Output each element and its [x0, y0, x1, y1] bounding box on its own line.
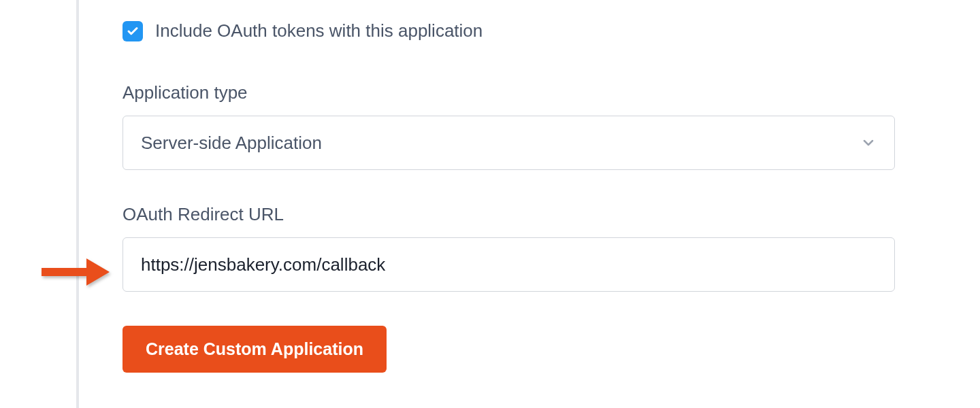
app-type-selected-value: Server-side Application — [141, 133, 322, 154]
left-border — [76, 0, 79, 408]
oauth-checkbox-row: Include OAuth tokens with this applicati… — [122, 20, 895, 41]
create-application-button[interactable]: Create Custom Application — [122, 326, 387, 373]
app-type-select[interactable]: Server-side Application — [122, 116, 895, 170]
form-content: Include OAuth tokens with this applicati… — [122, 20, 895, 373]
redirect-url-input[interactable] — [122, 237, 895, 292]
app-type-select-wrapper: Server-side Application — [122, 116, 895, 170]
redirect-url-label: OAuth Redirect URL — [122, 204, 895, 225]
chevron-down-icon — [860, 135, 877, 151]
check-icon — [127, 25, 139, 37]
app-type-label: Application type — [122, 82, 895, 103]
app-type-field: Application type Server-side Application — [122, 82, 895, 170]
oauth-checkbox-label: Include OAuth tokens with this applicati… — [155, 20, 483, 41]
arrow-right-icon — [39, 256, 112, 288]
oauth-checkbox[interactable] — [122, 21, 143, 41]
redirect-url-field: OAuth Redirect URL — [122, 204, 895, 292]
